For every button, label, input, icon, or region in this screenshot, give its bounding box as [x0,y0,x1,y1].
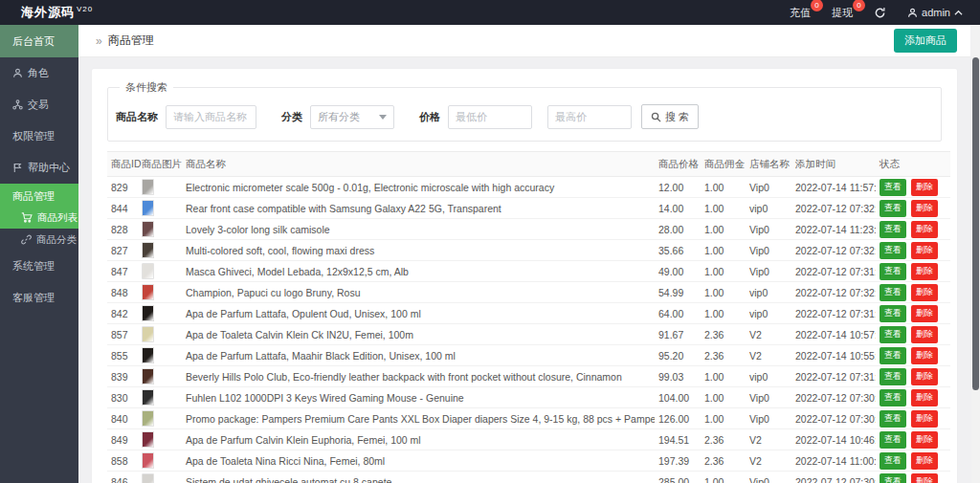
delete-button[interactable]: 删除 [911,200,938,217]
cell-status-actions: 查看删除 [876,282,950,303]
sidebar-item-goods[interactable]: 商品管理 [0,184,78,207]
sidebar-item-trade[interactable]: 交易 [0,89,78,121]
sidebar-item-goods-category[interactable]: 商品分类 [0,229,78,251]
cell-added-time: 2022-07-12 07:32:53 [791,198,876,219]
cell-product-id: 829 [107,177,138,198]
delete-button[interactable]: 删除 [911,179,938,196]
view-button[interactable]: 查看 [880,242,906,259]
cell-product-price: 194.51 [655,429,701,450]
view-button[interactable]: 查看 [880,179,906,196]
cell-added-time: 2022-07-12 07:32:12 [791,282,876,303]
view-button[interactable]: 查看 [880,305,906,322]
cell-product-image [138,408,182,429]
cell-product-name: Electronic micrometer scale 500g - 0.01g… [182,177,655,198]
view-button[interactable]: 查看 [880,431,906,449]
max-price-input[interactable] [547,105,632,129]
min-price-input[interactable] [448,105,532,129]
refresh-icon[interactable] [874,7,886,19]
cell-status-actions: 查看删除 [876,303,950,324]
product-thumbnail [142,389,154,406]
caret-up-icon [954,10,963,16]
cell-added-time: 2022-07-14 11:57:21 [791,177,876,198]
cell-product-commission: 2.36 [701,450,746,472]
delete-button[interactable]: 删除 [911,410,938,428]
cell-product-name: Apa de Toaleta Calvin Klein Ck IN2U, Fem… [182,324,655,345]
view-button[interactable]: 查看 [880,326,906,343]
cell-product-image [138,303,182,324]
table-row: 855Apa de Parfum Lattafa, Maahir Black E… [107,345,950,366]
app-version: V20 [77,5,93,13]
table-row: 827Multi-colored soft, cool, flowing max… [107,240,950,261]
delete-button[interactable]: 删除 [911,473,938,483]
product-thumbnail [142,305,154,321]
cell-product-id: 846 [107,472,138,483]
delete-button[interactable]: 删除 [911,242,938,259]
sidebar-item-help[interactable]: 帮助中心 [0,152,78,184]
view-button[interactable]: 查看 [880,452,906,470]
product-thumbnail [142,326,154,342]
cell-product-price: 49.00 [655,261,701,282]
chevron-down-icon [379,115,387,120]
cart-icon [21,212,33,223]
view-button[interactable]: 查看 [880,200,906,217]
sidebar-item-roles[interactable]: 角色 [0,57,78,89]
cell-product-image [138,219,182,240]
sidebar-item-permissions[interactable]: 权限管理 [0,121,78,152]
search-button[interactable]: 搜 索 [641,104,699,129]
cell-product-commission: 1.00 [701,219,746,240]
view-button[interactable]: 查看 [880,368,906,385]
cell-product-price: 285.00 [655,472,701,483]
cell-product-name: Multi-colored soft, cool, flowing maxi d… [182,240,655,261]
view-button[interactable]: 查看 [880,347,906,364]
delete-button[interactable]: 删除 [911,368,938,385]
cell-product-price: 197.39 [655,450,701,472]
delete-button[interactable]: 删除 [911,263,938,280]
cell-product-commission: 1.00 [701,282,746,303]
delete-button[interactable]: 删除 [911,347,938,364]
main-area: » 商品管理 添加商品 条件搜索 商品名称 分类 所有分类 价格 [78,25,970,483]
delete-button[interactable]: 删除 [911,305,938,322]
category-select[interactable]: 所有分类 [310,105,394,129]
sidebar-item-system[interactable]: 系统管理 [0,251,78,282]
view-button[interactable]: 查看 [880,410,906,428]
sidebar-item-label: 后台首页 [12,34,55,49]
delete-button[interactable]: 删除 [911,389,938,406]
cell-product-price: 126.00 [655,408,701,429]
sidebar-item-label: 商品列表 [37,211,78,225]
admin-menu[interactable]: admin [907,7,963,18]
sidebar: 后台首页角色交易权限管理帮助中心商品管理商品列表商品分类系统管理客服管理 [0,25,78,483]
cell-shop-name: vip0 [746,198,791,219]
sidebar-item-goods-list[interactable]: 商品列表 [0,207,78,229]
flag-icon [12,163,23,173]
product-name-input[interactable] [166,105,256,129]
view-button[interactable]: 查看 [880,284,906,301]
delete-button[interactable]: 删除 [911,431,938,449]
vertical-scrollbar[interactable] [971,25,980,483]
search-panel: 条件搜索 商品名称 分类 所有分类 价格 [107,80,942,142]
delete-button[interactable]: 删除 [911,326,938,343]
sidebar-item-dashboard[interactable]: 后台首页 [0,25,78,57]
add-product-button[interactable]: 添加商品 [894,29,957,53]
cell-shop-name: V2 [746,450,791,472]
table-row: 839Beverly Hills Polo Club, Eco-friendly… [107,366,950,387]
app-logo: 海外源码V20 [21,4,93,21]
view-button[interactable]: 查看 [880,389,906,406]
delete-button[interactable]: 删除 [911,284,938,301]
sidebar-item-label: 角色 [28,66,49,80]
cell-product-commission: 2.36 [701,324,746,345]
cell-product-commission: 1.00 [701,198,746,219]
withdraw-badge: 0 [853,0,865,11]
recharge-link[interactable]: 充值 0 [790,6,811,20]
view-button[interactable]: 查看 [880,221,906,238]
cell-product-price: 95.20 [655,345,701,366]
withdraw-link[interactable]: 提现 0 [832,6,853,20]
cell-added-time: 2022-07-12 07:32:26 [791,240,876,261]
delete-button[interactable]: 删除 [911,452,938,470]
cell-product-id: 858 [107,450,138,472]
delete-button[interactable]: 删除 [911,221,938,238]
view-button[interactable]: 查看 [880,263,906,280]
sidebar-item-support[interactable]: 客服管理 [0,282,78,314]
product-name-label: 商品名称 [116,110,158,124]
view-button[interactable]: 查看 [880,473,906,483]
scrollbar-thumb[interactable] [972,57,979,390]
